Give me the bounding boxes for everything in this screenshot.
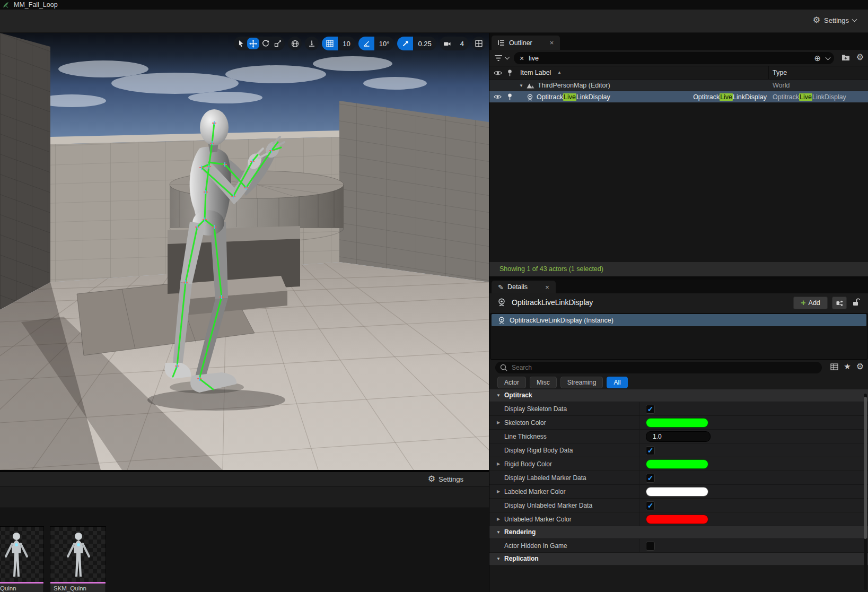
color-swatch[interactable]: [646, 418, 708, 428]
title-bar: MM_Fall_Loop: [0, 0, 868, 10]
details-search-input[interactable]: Search: [495, 362, 822, 373]
actor-icon: [497, 298, 506, 307]
display-options-icon[interactable]: [830, 363, 838, 370]
filter-tab-misc[interactable]: Misc: [530, 377, 557, 388]
details-scrollbar[interactable]: [864, 394, 867, 590]
add-component-button[interactable]: + Add: [793, 297, 828, 309]
expand-arrow-icon[interactable]: ▶: [497, 517, 500, 521]
outliner-settings-gear-icon[interactable]: ⚙: [856, 53, 864, 62]
check-icon: ✓: [647, 502, 654, 509]
column-type[interactable]: Type: [773, 69, 787, 76]
actor-icon: [527, 94, 533, 101]
section-header-optitrack[interactable]: ▼Optitrack: [489, 389, 868, 402]
number-field[interactable]: 1.0: [646, 431, 711, 442]
close-icon[interactable]: ×: [550, 39, 554, 47]
checkbox[interactable]: [646, 542, 655, 551]
grid-snap-value[interactable]: 10: [338, 37, 355, 50]
outliner-tab-strip: Outliner ×: [489, 33, 868, 50]
filter-tab-all[interactable]: All: [607, 377, 627, 388]
viewport-toolbar: 10 10° 0.25 4: [234, 37, 486, 50]
grid-snap-toggle[interactable]: [322, 37, 338, 50]
favorites-star-icon[interactable]: ★: [844, 362, 851, 371]
checkbox[interactable]: ✓: [646, 501, 655, 510]
preview-settings-dropdown[interactable]: ⚙ Settings: [428, 475, 463, 483]
world-local-space-button[interactable]: [288, 37, 302, 50]
outliner-empty-area[interactable]: [489, 103, 868, 262]
filter-tab-streaming[interactable]: Streaming: [560, 377, 603, 388]
rotate-tool-button[interactable]: [259, 38, 271, 49]
scale-snap-toggle[interactable]: [397, 37, 413, 50]
outliner-row[interactable]: ▼OptitrackLiveLinkDisplayOptitrackLiveLi…: [489, 91, 868, 103]
preview-settings-label: Settings: [439, 475, 463, 483]
rotation-snap-value[interactable]: 10°: [374, 37, 394, 50]
chevron-down-icon[interactable]: [826, 55, 831, 60]
lock-icon[interactable]: [852, 298, 861, 306]
expand-arrow-icon[interactable]: ▶: [497, 420, 500, 425]
expand-arrow-icon[interactable]: ▶: [497, 462, 500, 466]
pin-icon[interactable]: [507, 93, 513, 101]
camera-speed-control: 4: [440, 37, 469, 50]
section-header-replication[interactable]: ▼Replication: [489, 553, 868, 565]
move-tool-button[interactable]: [247, 38, 259, 49]
camera-speed-value[interactable]: 4: [455, 37, 469, 50]
settings-dropdown[interactable]: ⚙ Settings: [813, 16, 856, 24]
window-title: MM_Fall_Loop: [14, 1, 58, 8]
clear-search-icon[interactable]: ×: [520, 54, 524, 63]
outliner-row[interactable]: ▼ThirdPersonMap (Editor)World: [489, 80, 868, 91]
close-icon[interactable]: ×: [545, 283, 549, 291]
content-browser-toolbar: [0, 486, 489, 508]
scale-snap-value[interactable]: 0.25: [413, 37, 436, 50]
select-tool-button[interactable]: [235, 38, 247, 49]
viewport-layout-button[interactable]: [472, 37, 486, 50]
details-settings-gear-icon[interactable]: ⚙: [856, 362, 864, 371]
expand-arrow-icon[interactable]: ▼: [519, 83, 523, 88]
scale-tool-button[interactable]: [271, 38, 284, 49]
collapse-arrow-icon[interactable]: ▼: [496, 530, 501, 535]
expand-arrow-icon[interactable]: ▶: [497, 489, 500, 494]
new-folder-icon[interactable]: [841, 54, 850, 61]
create-actor-icon[interactable]: ⊕: [814, 54, 821, 62]
column-item-label[interactable]: Item Label: [520, 69, 551, 76]
visibility-eye-icon[interactable]: [494, 94, 502, 100]
outliner-item: ▼OptitrackLiveLinkDisplay: [519, 91, 610, 103]
search-icon: [500, 364, 507, 371]
settings-label: Settings: [824, 16, 849, 24]
app-icon: [2, 1, 10, 8]
content-browser: M_Quinn SKM_Quinn: [0, 486, 489, 592]
checkbox[interactable]: ✓: [646, 446, 655, 455]
checkbox[interactable]: ✓: [646, 405, 655, 414]
pin-column-icon[interactable]: [507, 69, 513, 77]
scrollbar-thumb[interactable]: [864, 397, 867, 539]
filter-tab-actor[interactable]: Actor: [497, 377, 526, 388]
asset-tile[interactable]: SKM_Quinn: [50, 526, 106, 592]
outliner-search-input[interactable]: × live ⊕: [514, 52, 834, 64]
color-swatch[interactable]: [646, 487, 708, 497]
property-row: ▶Unlabeled Marker Color: [489, 512, 868, 526]
sort-ascending-icon[interactable]: ▲: [557, 70, 562, 75]
details-tab-strip: ✎ Details ×: [489, 280, 868, 293]
section-header-rendering[interactable]: ▼Rendering: [489, 526, 868, 539]
level-icon: [527, 82, 534, 89]
blueprint-button[interactable]: [832, 297, 847, 309]
asset-thumbnail: [0, 527, 43, 582]
component-instance-row[interactable]: OptitrackLiveLinkDisplay (Instance): [492, 314, 866, 326]
color-swatch[interactable]: [646, 515, 708, 524]
visibility-column-eye-icon[interactable]: [494, 70, 502, 76]
asset-tile[interactable]: M_Quinn: [0, 526, 44, 592]
tab-details[interactable]: ✎ Details ×: [492, 281, 556, 293]
check-icon: ✓: [647, 474, 654, 482]
outliner-filter-button[interactable]: [494, 55, 509, 62]
color-swatch[interactable]: [646, 459, 708, 469]
camera-speed-icon[interactable]: [440, 37, 455, 50]
outliner-search-row: × live ⊕ ⚙: [489, 50, 868, 66]
rotation-snap-toggle[interactable]: [358, 37, 374, 50]
right-panel: Outliner × × live ⊕ ⚙: [489, 33, 868, 592]
tab-outliner[interactable]: Outliner ×: [492, 36, 560, 50]
checkbox[interactable]: ✓: [646, 474, 655, 483]
viewport-3d[interactable]: 10 10° 0.25 4: [0, 33, 489, 470]
search-match-highlight: Live: [720, 93, 733, 101]
property-label: Labeled Marker Color: [504, 488, 565, 495]
collapse-arrow-icon[interactable]: ▼: [496, 556, 501, 561]
surface-snapping-button[interactable]: [305, 37, 319, 50]
collapse-arrow-icon[interactable]: ▼: [496, 393, 501, 398]
